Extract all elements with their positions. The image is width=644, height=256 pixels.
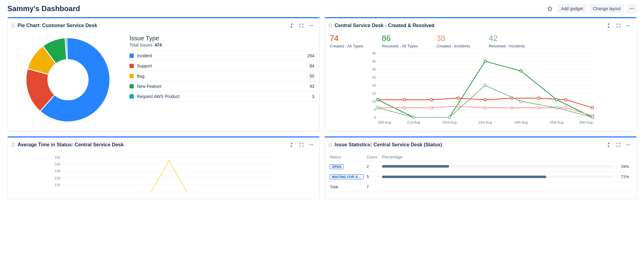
legend-swatch	[129, 84, 134, 88]
pct-value: 29%	[616, 164, 629, 169]
fullscreen-button[interactable]	[297, 21, 306, 30]
legend-swatch	[129, 64, 134, 68]
chart-point[interactable]	[564, 107, 567, 109]
svg-point-3	[12, 24, 13, 25]
star-button[interactable]	[545, 4, 555, 14]
col-status: Status	[330, 153, 367, 161]
legend-row[interactable]: Request AWS Product3	[129, 91, 314, 102]
chart-point[interactable]	[430, 99, 433, 101]
stat-value: 42	[489, 34, 525, 43]
chart-point[interactable]	[484, 84, 487, 87]
chart-point[interactable]	[555, 107, 558, 109]
svg-point-69	[329, 146, 330, 147]
fullscreen-button[interactable]	[614, 21, 623, 30]
chart-point[interactable]	[457, 105, 459, 108]
chart-point[interactable]	[484, 60, 487, 63]
chart-point[interactable]	[457, 97, 459, 100]
chart-series	[151, 161, 187, 192]
svg-point-20	[629, 25, 630, 26]
chart-point[interactable]	[520, 100, 522, 103]
pct-bar	[382, 176, 613, 178]
svg-point-17	[331, 27, 332, 28]
drag-handle-icon[interactable]	[11, 142, 15, 147]
drag-handle-icon[interactable]	[11, 23, 15, 28]
stat-label: Resolved - Incidents	[489, 44, 525, 48]
collapse-button[interactable]	[604, 21, 613, 30]
svg-text:20: 20	[372, 83, 376, 87]
drag-handle-icon[interactable]	[328, 142, 332, 147]
chart-point[interactable]	[403, 99, 406, 101]
legend-value: 43	[309, 84, 314, 89]
chart-point[interactable]	[377, 107, 379, 109]
chart-point[interactable]	[564, 99, 567, 101]
svg-point-54	[312, 144, 313, 145]
gadget-more-button[interactable]	[624, 140, 633, 149]
svg-text:0: 0	[374, 116, 376, 119]
svg-point-10	[311, 25, 312, 26]
chart-point[interactable]	[377, 99, 379, 101]
gadget-issue-statistics: Issue Statistics: Central Service Desk (…	[324, 136, 637, 199]
fullscreen-button[interactable]	[614, 140, 623, 149]
gadget-more-button[interactable]	[307, 21, 316, 30]
svg-point-18	[626, 25, 627, 26]
chart-point[interactable]	[511, 107, 513, 109]
pie-total: Total Issues: 474	[129, 43, 314, 47]
svg-point-67	[329, 144, 330, 145]
legend-row[interactable]: New Feature43	[129, 81, 314, 91]
col-count: Count	[367, 153, 382, 161]
chart-point[interactable]	[484, 99, 487, 101]
legend-row[interactable]: Incident294	[129, 51, 314, 61]
chart-point[interactable]	[403, 107, 406, 109]
svg-point-1	[631, 8, 632, 9]
legend-row[interactable]: Support84	[129, 61, 314, 71]
chart-point[interactable]	[520, 70, 522, 72]
svg-point-65	[329, 143, 330, 144]
svg-text:150: 150	[54, 156, 60, 159]
chart-point[interactable]: ✕	[168, 159, 171, 163]
legend-swatch	[129, 74, 134, 78]
gadget-more-button[interactable]	[624, 21, 633, 30]
add-gadget-button[interactable]: Add gadget	[557, 4, 587, 13]
stat-value: 74	[330, 34, 364, 43]
chart-point[interactable]	[538, 97, 540, 100]
chart-point[interactable]	[430, 107, 433, 109]
gadget-title: Average Time in Status: Central Service …	[18, 142, 287, 148]
svg-point-6	[14, 25, 15, 26]
more-icon	[629, 6, 634, 11]
svg-text:5: 5	[374, 108, 376, 111]
collapse-button[interactable]	[604, 140, 613, 149]
svg-point-9	[309, 25, 310, 26]
gadget-title: Pie Chart: Customer Service Desk	[18, 23, 287, 28]
svg-point-16	[329, 27, 330, 28]
collapse-button[interactable]	[287, 21, 296, 30]
svg-text:24th Aug: 24th Aug	[514, 120, 527, 124]
svg-point-0	[630, 8, 630, 9]
table-row: OPEN229%	[330, 161, 631, 172]
status-badge[interactable]: OPEN	[330, 164, 344, 169]
more-button[interactable]	[627, 4, 637, 14]
gadget-more-button[interactable]	[307, 140, 316, 149]
change-layout-button[interactable]: Change layout	[589, 4, 624, 13]
fullscreen-button[interactable]	[297, 140, 306, 149]
fullscreen-icon	[299, 142, 304, 147]
status-badge[interactable]: WAITING FOR SUPP…	[330, 174, 364, 179]
svg-text:120: 120	[54, 176, 60, 180]
chart-point[interactable]	[538, 107, 540, 109]
svg-text:26th Aug: 26th Aug	[579, 120, 592, 124]
svg-text:110: 110	[54, 183, 60, 187]
svg-text:22nd Aug: 22nd Aug	[442, 120, 457, 124]
svg-point-71	[626, 144, 627, 145]
chart-point[interactable]	[484, 107, 487, 109]
drag-handle-icon[interactable]	[328, 23, 332, 28]
chart-point[interactable]	[555, 99, 558, 101]
collapse-button[interactable]	[287, 140, 296, 149]
legend-row[interactable]: Bug50	[129, 71, 314, 81]
chart-point[interactable]	[412, 116, 415, 119]
chart-point[interactable]	[448, 116, 451, 119]
more-icon	[309, 23, 314, 28]
chart-point[interactable]	[591, 116, 594, 119]
chart-point[interactable]	[591, 107, 594, 109]
count-cell: 2	[367, 161, 382, 172]
star-icon	[547, 6, 553, 11]
svg-point-11	[312, 25, 313, 26]
